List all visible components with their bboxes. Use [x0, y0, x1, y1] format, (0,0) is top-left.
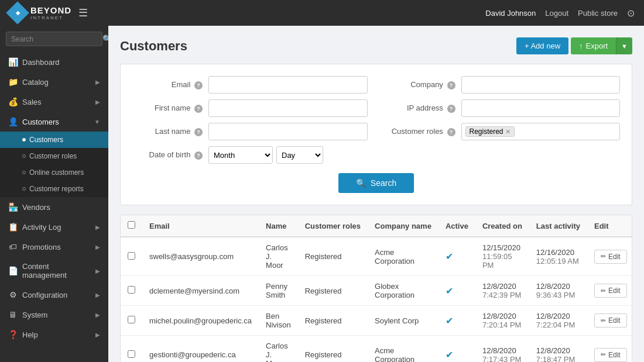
dob-help-icon[interactable]: ? [194, 151, 203, 160]
col-active: Active [439, 215, 475, 237]
email-input[interactable] [208, 76, 368, 94]
ip-help-icon[interactable]: ? [447, 105, 455, 113]
edit-button[interactable]: ✏ Edit [594, 313, 627, 327]
sidebar-search-box[interactable]: 🔍 [6, 32, 102, 46]
last-name-input[interactable] [208, 123, 368, 140]
sidebar-sub-customer-roles[interactable]: Customer roles [0, 148, 108, 164]
select-all-checkbox[interactable] [128, 221, 135, 229]
customer-roles-input[interactable]: Registered ✕ [461, 123, 621, 140]
sidebar-label-customers: Customers [22, 118, 59, 126]
export-dropdown-button[interactable]: ▼ [616, 37, 632, 54]
sidebar-search-input[interactable] [11, 35, 99, 43]
customers-table-card: Email Name Customer roles Company name A… [120, 215, 632, 362]
table-header-row: Email Name Customer roles Company name A… [121, 215, 632, 237]
sidebar-item-help[interactable]: ❓ Help ▶ [0, 325, 108, 344]
sidebar-item-dashboard[interactable]: 📊 Dashboard [0, 52, 108, 72]
customers-icon: 👤 [8, 117, 18, 126]
topbar-left: ◆ beyond INTRANET ☰ [9, 5, 88, 21]
chevron-right-icon-sales: ▶ [95, 99, 100, 105]
row-checkbox[interactable] [128, 286, 135, 294]
email-help-icon[interactable]: ? [194, 81, 203, 89]
first-name-input[interactable] [208, 99, 368, 117]
sidebar-item-content-management[interactable]: 📄 Content management ▶ [0, 257, 108, 285]
sidebar-sub-label-roles: Customer roles [29, 152, 77, 160]
first-name-help-icon[interactable]: ? [194, 105, 203, 113]
sidebar-nav: 📊 Dashboard 📁 Catalog ▶ 💰 Sales ▶ [0, 52, 108, 362]
ip-row: IP address ? [385, 99, 621, 117]
row-last-activity: 12/8/20207:22:04 PM [529, 306, 587, 336]
search-button[interactable]: 🔍 Search [338, 173, 414, 193]
edit-button[interactable]: ✏ Edit [594, 284, 627, 298]
row-active: ✔ [439, 336, 475, 363]
company-help-icon[interactable]: ? [447, 81, 455, 89]
row-active: ✔ [439, 306, 475, 336]
sidebar-label-promotions: Promotions [22, 243, 61, 251]
sidebar-item-vendors[interactable]: 🏪 Vendors [0, 197, 108, 217]
row-customer-roles: Registered [298, 237, 368, 276]
row-last-activity: 12/8/20209:36:43 PM [529, 276, 587, 306]
sidebar-item-customers[interactable]: 👤 Customers ▼ [0, 112, 108, 132]
sidebar-item-activity-log[interactable]: 📋 Activity Log ▶ [0, 217, 108, 237]
row-checkbox[interactable] [128, 350, 135, 358]
system-icon: 🖥 [8, 310, 18, 319]
customer-roles-label: Customer roles ? [385, 127, 455, 136]
sidebar-item-sales[interactable]: 💰 Sales ▶ [0, 92, 108, 112]
sidebar-item-promotions[interactable]: 🏷 Promotions ▶ [0, 237, 108, 257]
chevron-right-icon-system: ▶ [95, 312, 100, 318]
sidebar-item-system[interactable]: 🖥 System ▶ [0, 305, 108, 325]
chevron-right-icon-promotions: ▶ [95, 244, 100, 250]
add-new-button[interactable]: + Add new [516, 37, 568, 54]
row-created-on: 12/8/20207:17:43 PM [475, 336, 529, 363]
month-select[interactable]: Month JanuaryFebruaryMarch AprilMayJune … [208, 146, 273, 164]
search-btn-row: 🔍 Search [132, 173, 620, 193]
page-header: Customers + Add new ↑ Export ▼ [120, 37, 632, 54]
row-checkbox-cell [121, 336, 142, 363]
dashboard-icon: 📊 [8, 57, 18, 67]
ip-input[interactable] [461, 99, 621, 117]
col-last-activity: Last activity [529, 215, 587, 237]
hamburger-icon[interactable]: ☰ [78, 6, 88, 19]
sidebar-item-catalog[interactable]: 📁 Catalog ▶ [0, 72, 108, 92]
page-title: Customers [120, 39, 187, 54]
day-select[interactable]: Day 12345 678910 1112131415 1617181920 2… [276, 146, 323, 164]
sidebar-item-configuration[interactable]: ⚙ Configuration ▶ [0, 285, 108, 305]
edit-label: Edit [608, 316, 621, 325]
table-row: swells@aasysgroup.com Carlos J. Moor Reg… [121, 237, 632, 276]
last-name-help-icon[interactable]: ? [194, 128, 203, 136]
row-checkbox[interactable] [128, 316, 135, 323]
email-row: Email ? [132, 76, 368, 94]
customer-roles-row: Customer roles ? Registered ✕ [385, 123, 621, 140]
sidebar-sub-customers[interactable]: Customers [0, 132, 108, 148]
filter-right-col: Company ? IP address ? [385, 76, 621, 164]
last-name-label: Last name ? [132, 127, 203, 136]
sidebar-sub-online-customers[interactable]: Online customers [0, 164, 108, 181]
pencil-icon: ✏ [601, 351, 606, 358]
logout-link[interactable]: Logout [545, 9, 568, 18]
tag-remove-icon[interactable]: ✕ [505, 128, 511, 136]
row-edit-cell: ✏ Edit [587, 336, 632, 363]
row-last-activity: 12/8/20207:18:47 PM [529, 336, 587, 363]
public-store-link[interactable]: Public store [578, 9, 618, 18]
sidebar-sub-customer-reports[interactable]: Customer reports [0, 181, 108, 197]
search-icon: 🔍 [356, 178, 366, 188]
roles-help-icon[interactable]: ? [447, 128, 455, 136]
row-company-name: Soylent Corp [368, 306, 439, 336]
brand-diamond-inner: ◆ [16, 11, 20, 16]
page-actions: + Add new ↑ Export ▼ [516, 37, 632, 54]
vendors-icon: 🏪 [8, 202, 18, 212]
sidebar-label-vendors: Vendors [22, 203, 50, 212]
row-checkbox[interactable] [128, 252, 135, 260]
active-checkmark-icon: ✔ [446, 350, 453, 360]
edit-button[interactable]: ✏ Edit [594, 250, 627, 264]
row-name: Carlos J. Moor [259, 336, 298, 363]
company-input[interactable] [461, 76, 621, 94]
share-icon[interactable]: ⊙ [627, 8, 635, 19]
pencil-icon: ✏ [601, 287, 606, 295]
export-button[interactable]: ↑ Export [571, 37, 616, 54]
row-name: Penny Smith [259, 276, 298, 306]
edit-button[interactable]: ✏ Edit [594, 348, 627, 362]
row-company-name: Globex Corporation [368, 276, 439, 306]
sidebar-label-help: Help [22, 330, 38, 339]
row-customer-roles: Registered [298, 276, 368, 306]
export-label: Export [586, 42, 608, 50]
